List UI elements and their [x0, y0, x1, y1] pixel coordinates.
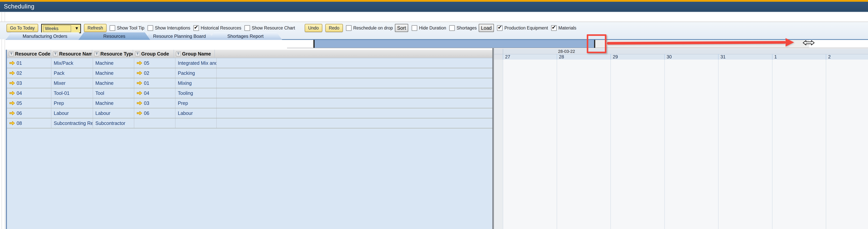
- window-top-accent-strip: [0, 0, 868, 2]
- interval-select-value: Weeks: [43, 25, 71, 32]
- table-row[interactable]: 06LabourLabour06Labour: [7, 108, 494, 118]
- column-header-group-code[interactable]: Group Code: [133, 50, 174, 58]
- cell-text: Integrated Mix and Pa: [178, 60, 217, 66]
- column-header-resource-type[interactable]: Resource Type: [92, 50, 133, 58]
- table-row[interactable]: 05PrepMachine03Prep: [7, 98, 494, 108]
- link-arrow-icon[interactable]: [9, 121, 15, 125]
- cell-type: Machine: [93, 58, 134, 68]
- filter-icon: [135, 51, 140, 56]
- link-arrow-icon[interactable]: [9, 111, 15, 115]
- cell-group-name: Tooling: [176, 88, 217, 98]
- link-arrow-icon[interactable]: [9, 81, 15, 85]
- link-arrow-icon[interactable]: [136, 101, 142, 106]
- link-arrow-icon[interactable]: [136, 71, 142, 75]
- scrollbar-left-track[interactable]: [287, 40, 313, 48]
- resources-table-body: 01Mix/PackMachine05Integrated Mix and Pa…: [7, 58, 494, 229]
- panel-splitter[interactable]: [492, 48, 494, 229]
- link-arrow-icon[interactable]: [136, 91, 142, 95]
- checkbox-box-show-tool-tip[interactable]: [110, 25, 115, 31]
- checkbox-label: Show Interuptions: [155, 25, 190, 31]
- tab-resource-planning-board[interactable]: Resource Planning Board: [145, 32, 214, 40]
- checkbox-label: Show Tool Tip: [117, 25, 145, 31]
- tab-shortages-report[interactable]: Shortages Report: [209, 32, 282, 40]
- week-start-label: 28-03-22: [558, 49, 575, 54]
- cell-text: 02: [144, 70, 149, 76]
- cell-name: Prep: [52, 98, 93, 108]
- checkbox-label: Materials: [558, 25, 576, 31]
- column-header-resource-code[interactable]: Resource Code: [7, 50, 51, 58]
- checkbox-box-show-interuptions[interactable]: [148, 25, 153, 31]
- checkbox-box-materials[interactable]: [551, 25, 557, 31]
- timeline-body-grid: [494, 59, 868, 229]
- link-arrow-icon[interactable]: [9, 71, 15, 75]
- day-column-1: [772, 60, 826, 229]
- checkbox-label: Hide Duration: [419, 25, 446, 31]
- checkbox-box-reschedule-on-drop[interactable]: [346, 25, 351, 31]
- scrollbar-thumb[interactable]: [315, 40, 594, 48]
- dropdown-caret-icon[interactable]: ▼: [75, 26, 79, 31]
- link-arrow-icon[interactable]: [9, 101, 15, 106]
- checkbox-historical-resources[interactable]: Historical Resources: [193, 24, 241, 32]
- link-arrow-icon[interactable]: [136, 61, 142, 65]
- cell-group-code: 03: [134, 98, 176, 108]
- day-column-31: [718, 60, 772, 229]
- checkbox-box-production-equipment[interactable]: [497, 25, 503, 31]
- cell-text: Tool-01: [54, 90, 69, 96]
- redo-button[interactable]: Redo: [326, 24, 343, 32]
- cell-text: 03: [144, 101, 149, 106]
- refresh-button[interactable]: Refresh: [84, 24, 106, 32]
- cell-filler: [217, 88, 494, 98]
- table-empty-area: [7, 128, 494, 229]
- checkbox-box-hide-duration[interactable]: [412, 25, 417, 31]
- day-header-2: 2: [826, 54, 868, 60]
- table-row[interactable]: 04Tool-01Tool04Tooling: [7, 88, 494, 98]
- checkbox-materials[interactable]: Materials: [551, 24, 576, 32]
- link-arrow-icon[interactable]: [136, 111, 142, 115]
- checkbox-show-interuptions[interactable]: Show Interuptions: [148, 24, 190, 32]
- table-row[interactable]: 08Subcontracting ResouSubcontractor: [7, 118, 494, 128]
- cell-group-name: Mixing: [176, 78, 217, 88]
- cell-text: Machine: [95, 70, 114, 76]
- link-arrow-icon[interactable]: [9, 61, 15, 65]
- cell-filler: [217, 68, 494, 78]
- link-arrow-icon[interactable]: [9, 91, 15, 95]
- link-arrow-icon[interactable]: [136, 81, 142, 85]
- interval-select[interactable]: Weeks▼: [41, 24, 81, 33]
- column-header-group-name[interactable]: Group Name: [174, 50, 215, 58]
- toolbar-items: Go To TodayWeeks▼RefreshShow Tool TipSho…: [0, 22, 868, 33]
- column-header-label: Resource Type: [100, 51, 133, 57]
- column-header-label: Resource Code: [15, 51, 50, 57]
- scrollbar-far-right-track: [809, 40, 868, 48]
- checkbox-show-resource-chart[interactable]: Show Resource Chart: [244, 24, 295, 32]
- cell-code: 08: [7, 118, 52, 128]
- checkbox-reschedule-on-drop[interactable]: Reschedule on drop: [346, 24, 393, 32]
- annotation-highlight-rectangle: [587, 34, 607, 53]
- cell-text: Machine: [95, 60, 114, 66]
- cell-text: 08: [17, 120, 22, 126]
- tab-resources[interactable]: Resources: [79, 32, 150, 40]
- checkbox-hide-duration[interactable]: Hide Duration: [412, 24, 446, 32]
- load-button[interactable]: Load: [479, 24, 494, 32]
- cell-type: Labour: [93, 108, 134, 118]
- column-header-label: Group Name: [182, 51, 211, 57]
- table-row[interactable]: 03MixerMachine01Mixing: [7, 78, 494, 88]
- cell-group-code: 02: [134, 68, 176, 78]
- table-row[interactable]: 01Mix/PackMachine05Integrated Mix and Pa: [7, 58, 494, 68]
- tab-manufacturing-orders[interactable]: Manufacturing Orders: [6, 32, 84, 40]
- checkbox-box-show-resource-chart[interactable]: [244, 25, 250, 31]
- column-header-label: Group Code: [141, 51, 169, 57]
- table-row[interactable]: 02PackMachine02Packing: [7, 68, 494, 78]
- checkbox-shortages[interactable]: Shortages: [449, 24, 477, 32]
- undo-button[interactable]: Undo: [305, 24, 322, 32]
- checkbox-show-tool-tip[interactable]: Show Tool Tip: [110, 24, 145, 32]
- checkbox-box-historical-resources[interactable]: [193, 25, 199, 31]
- checkbox-box-shortages[interactable]: [449, 25, 455, 31]
- go-to-today-button[interactable]: Go To Today: [6, 24, 38, 32]
- day-column-30: [664, 60, 718, 229]
- checkbox-production-equipment[interactable]: Production Equipment: [497, 24, 548, 32]
- resources-table-header: Resource CodeResource NameResource TypeG…: [7, 50, 494, 58]
- sort-button[interactable]: Sort: [395, 24, 408, 32]
- cell-text: Labour: [95, 110, 111, 116]
- column-header-resource-name[interactable]: Resource Name: [51, 50, 92, 58]
- cell-name: Pack: [52, 68, 93, 78]
